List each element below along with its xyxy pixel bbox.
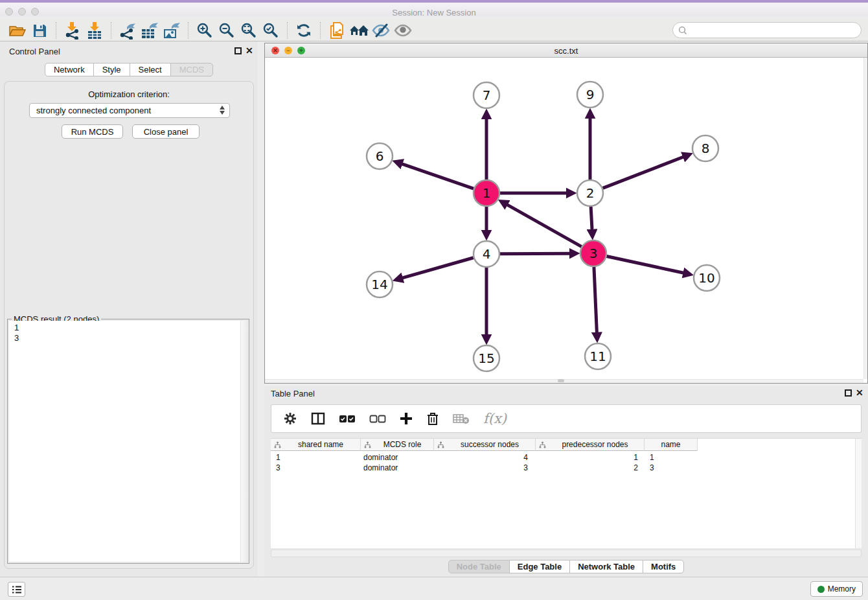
cell-name[interactable]: 3 xyxy=(645,463,698,473)
memory-button[interactable]: Memory xyxy=(810,581,863,597)
column-type-icon xyxy=(539,441,546,448)
tab-network-table[interactable]: Network Table xyxy=(569,560,643,573)
toolbar-separator xyxy=(287,22,288,39)
run-mcds-button[interactable]: Run MCDS xyxy=(62,124,123,139)
zoom-selected-icon[interactable] xyxy=(260,21,282,40)
cell-shared-name[interactable]: 3 xyxy=(271,463,361,473)
refresh-icon[interactable] xyxy=(293,21,315,40)
close-panel-button[interactable]: Close panel xyxy=(132,124,200,139)
table-settings-gear-icon[interactable] xyxy=(283,411,297,426)
result-line: 3 xyxy=(14,333,247,343)
export-image-icon[interactable] xyxy=(161,21,183,40)
open-session-icon[interactable] xyxy=(6,21,29,40)
zoom-fit-icon[interactable] xyxy=(238,21,260,40)
column-type-icon xyxy=(274,441,281,448)
tab-mcds[interactable]: MCDS xyxy=(170,63,213,76)
tab-motifs[interactable]: Motifs xyxy=(643,560,684,573)
memory-label: Memory xyxy=(828,584,856,594)
tab-style[interactable]: Style xyxy=(93,63,130,76)
result-scrollbar[interactable] xyxy=(240,321,247,562)
network-window-titlebar[interactable]: ✕ − + scc.txt xyxy=(265,43,867,58)
graph-node-label: 4 xyxy=(483,246,491,262)
graph-edge-1-6[interactable] xyxy=(400,163,474,189)
tab-select[interactable]: Select xyxy=(130,63,171,76)
hide-selected-icon[interactable] xyxy=(370,21,392,40)
toolbar-separator xyxy=(56,22,56,39)
delete-column-icon[interactable] xyxy=(426,411,439,426)
list-icon xyxy=(12,585,22,594)
graph-edge-4-3[interactable] xyxy=(500,253,571,254)
graph-edge-4-14[interactable] xyxy=(401,258,474,279)
mcds-result-group: MCDS result (2 nodes) 1 3 xyxy=(7,319,249,564)
control-panel-title: Control Panel xyxy=(9,47,60,56)
tab-edge-table[interactable]: Edge Table xyxy=(509,560,570,573)
column-selector-icon[interactable] xyxy=(311,412,325,425)
mcds-panel: Optimization criterion: strongly connect… xyxy=(4,81,254,569)
float-table-panel-icon[interactable] xyxy=(845,389,852,397)
cell-successor-nodes[interactable]: 4 xyxy=(434,452,536,463)
cell-successor-nodes[interactable]: 3 xyxy=(434,463,536,473)
graph-edge-3-1[interactable] xyxy=(506,204,582,247)
graph-edge-2-8[interactable] xyxy=(603,156,685,188)
show-all-icon[interactable] xyxy=(392,21,414,40)
task-history-button[interactable] xyxy=(8,582,25,597)
deselect-all-icon[interactable] xyxy=(369,415,386,423)
search-input[interactable] xyxy=(691,25,861,35)
mcds-result-text[interactable]: 1 3 xyxy=(9,321,247,562)
column-header-successor-nodes[interactable]: successor nodes xyxy=(434,439,536,451)
search-field[interactable] xyxy=(672,22,862,38)
first-neighbors-icon[interactable] xyxy=(348,21,370,40)
search-icon xyxy=(678,26,687,35)
table-vertical-scrollbar[interactable] xyxy=(855,439,862,548)
import-network-icon[interactable] xyxy=(62,21,84,40)
network-vertical-scrollbar[interactable] xyxy=(863,58,867,379)
table-row[interactable]: 3 dominator 3 2 3 xyxy=(271,463,698,473)
column-header-name[interactable]: name xyxy=(645,439,698,451)
graph-node-label: 1 xyxy=(483,185,491,201)
close-table-panel-icon[interactable]: ✕ xyxy=(856,387,863,398)
export-table-icon[interactable] xyxy=(139,21,161,40)
cell-predecessor-nodes[interactable]: 1 xyxy=(536,452,645,463)
cell-predecessor-nodes[interactable]: 2 xyxy=(536,463,645,473)
network-horizontal-scrollbar[interactable] xyxy=(265,379,863,383)
export-network-icon[interactable] xyxy=(117,21,139,40)
graph-node-label: 6 xyxy=(376,148,384,164)
table-tabs: Node Table Edge Table Network Table Moti… xyxy=(264,560,868,573)
import-table-icon[interactable] xyxy=(84,21,106,40)
optimization-criterion-select[interactable]: strongly connected component xyxy=(29,103,230,118)
add-column-icon[interactable] xyxy=(400,412,413,425)
clone-network-icon[interactable] xyxy=(326,21,348,40)
function-builder-icon[interactable]: f(x) xyxy=(483,411,507,426)
save-session-icon[interactable] xyxy=(29,21,51,40)
control-panel-tabs: Network Style Select MCDS xyxy=(0,63,258,76)
cell-shared-name[interactable]: 1 xyxy=(271,452,361,463)
column-type-icon xyxy=(437,441,444,448)
select-all-icon[interactable] xyxy=(339,415,356,423)
graph-canvas[interactable]: 1234678910111415 xyxy=(265,58,867,384)
memory-status-icon xyxy=(817,586,825,593)
column-header-predecessor-nodes[interactable]: predecessor nodes xyxy=(536,439,645,451)
graph-node-label: 2 xyxy=(586,185,595,201)
cell-mcds-role[interactable]: dominator xyxy=(361,452,434,463)
graph-edge-3-10[interactable] xyxy=(607,256,685,273)
close-panel-icon[interactable]: ✕ xyxy=(246,45,253,56)
cell-name[interactable]: 1 xyxy=(645,452,698,463)
column-type-icon xyxy=(364,441,371,448)
zoom-out-icon[interactable] xyxy=(216,21,238,40)
column-header-shared-name[interactable]: shared name xyxy=(271,439,361,451)
table-header-row: shared name MCDS role successor nodes pr… xyxy=(271,439,698,451)
table-horizontal-scrollbar[interactable] xyxy=(271,549,862,557)
node-table[interactable]: shared name MCDS role successor nodes pr… xyxy=(271,438,862,548)
float-panel-icon[interactable] xyxy=(234,47,242,54)
delete-table-icon[interactable] xyxy=(453,413,470,424)
table-toolbar: f(x) xyxy=(271,404,862,433)
graph-edge-2-3[interactable] xyxy=(591,207,592,231)
column-header-mcds-role[interactable]: MCDS role xyxy=(361,439,434,451)
table-row[interactable]: 1 dominator 4 1 1 xyxy=(271,452,698,463)
cell-mcds-role[interactable]: dominator xyxy=(361,463,434,473)
toolbar-separator xyxy=(320,22,321,39)
tab-node-table[interactable]: Node Table xyxy=(448,560,510,573)
graph-edge-3-11[interactable] xyxy=(594,267,597,334)
tab-network[interactable]: Network xyxy=(45,63,94,76)
zoom-in-icon[interactable] xyxy=(194,21,216,40)
